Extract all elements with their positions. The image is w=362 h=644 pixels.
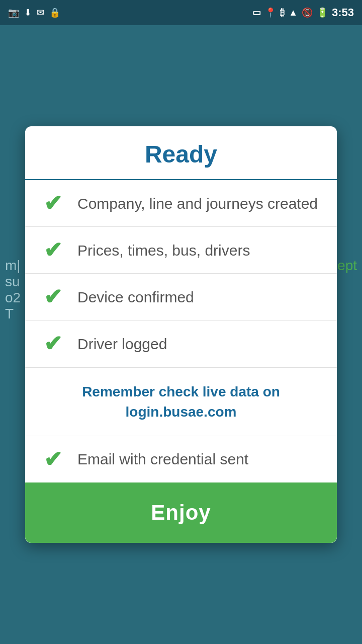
checklist-text-email: Email with credential sent xyxy=(77,449,248,469)
lock-icon: 🔒 xyxy=(49,7,60,18)
checklist-text-device: Device confirmed xyxy=(77,287,194,307)
check-icon-driver: ✔ xyxy=(40,333,65,355)
checklist-item-company: ✔ Company, line and journeys created xyxy=(25,180,337,227)
ready-dialog: Ready ✔ Company, line and journeys creat… xyxy=(25,126,337,542)
status-bar: 📷 ⬇ ✉ 🔒 ▭ 📍 ₿ ▲ 📵 🔋 3:53 xyxy=(0,0,362,25)
battery-icon: 🔋 xyxy=(317,7,328,18)
location-icon: 📍 xyxy=(265,7,276,18)
camera-icon: 📷 xyxy=(8,7,19,18)
reminder-text: Remember check live data on login.busae.… xyxy=(40,382,322,421)
enjoy-button[interactable]: Enjoy xyxy=(25,482,337,543)
reminder-section: Remember check live data on login.busae.… xyxy=(25,367,337,436)
background-left-text: m|suo2T xyxy=(5,258,21,322)
status-icons-right: ▭ 📍 ₿ ▲ 📵 🔋 3:53 xyxy=(252,6,354,19)
bluetooth-icon: ₿ xyxy=(280,8,285,18)
status-time: 3:53 xyxy=(332,6,354,19)
cast-icon: ▭ xyxy=(252,7,261,18)
checklist-item-email: ✔ Email with credential sent xyxy=(25,436,337,482)
background-right-text: ept xyxy=(337,258,357,274)
checklist-text-company: Company, line and journeys created xyxy=(77,194,318,213)
signal-icon: 📵 xyxy=(302,7,313,18)
check-icon-prices: ✔ xyxy=(40,239,65,261)
email-icon: ✉ xyxy=(37,7,44,18)
checklist-text-prices: Prices, times, bus, drivers xyxy=(77,240,250,260)
wifi-icon: ▲ xyxy=(289,8,298,18)
checklist-text-driver: Driver logged xyxy=(77,334,167,354)
check-icon-device: ✔ xyxy=(40,286,65,308)
checklist-item-driver: ✔ Driver logged xyxy=(25,320,337,367)
check-icon-company: ✔ xyxy=(40,192,65,214)
dialog-title: Ready xyxy=(35,140,327,168)
check-icon-email: ✔ xyxy=(40,448,65,470)
dialog-body: ✔ Company, line and journeys created ✔ P… xyxy=(25,180,337,542)
download-icon: ⬇ xyxy=(24,7,32,18)
checklist-item-device: ✔ Device confirmed xyxy=(25,274,337,320)
checklist-item-prices: ✔ Prices, times, bus, drivers xyxy=(25,227,337,274)
dialog-header: Ready xyxy=(25,126,337,180)
status-icons-left: 📷 ⬇ ✉ 🔒 xyxy=(8,7,60,18)
